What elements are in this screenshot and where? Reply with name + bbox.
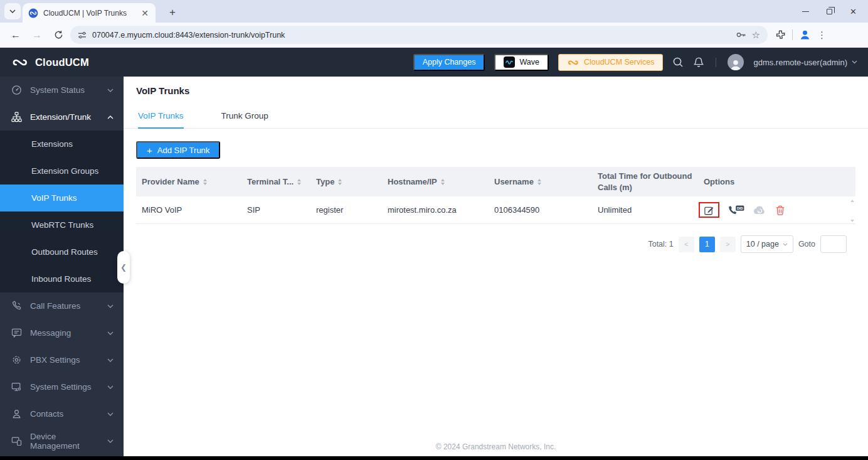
goto-page-input[interactable] bbox=[820, 235, 847, 253]
add-sip-trunk-button[interactable]: + Add SIP Trunk bbox=[136, 141, 220, 159]
search-icon[interactable] bbox=[672, 56, 684, 68]
cell-type: register bbox=[316, 205, 388, 215]
sidebar-item-system-settings[interactable]: System Settings bbox=[0, 373, 124, 400]
sidebar-submenu: Extensions Extension Groups VoIP Trunks … bbox=[0, 131, 124, 292]
back-button[interactable]: ← bbox=[6, 26, 25, 45]
user-avatar[interactable] bbox=[728, 54, 744, 70]
window-close-button[interactable]: ✕ bbox=[850, 7, 857, 16]
chevron-up-icon bbox=[107, 115, 114, 119]
total-count-label: Total: 1 bbox=[648, 240, 673, 249]
table-scrollbar[interactable] bbox=[850, 200, 854, 222]
user-menu[interactable]: gdms.remote-user(admin) bbox=[753, 58, 857, 67]
pagination: Total: 1 < 1 > 10 / page Goto bbox=[136, 235, 847, 253]
chevron-down-icon bbox=[107, 331, 114, 335]
chevron-down-icon bbox=[107, 88, 114, 92]
sidebar-collapse-handle[interactable]: ❮ bbox=[117, 251, 130, 284]
sidebar-item-label: System Status bbox=[30, 85, 99, 95]
password-key-icon[interactable] bbox=[736, 30, 746, 40]
sidebar-item-messaging[interactable]: Messaging bbox=[0, 319, 124, 346]
toolbar-divider bbox=[792, 29, 793, 40]
cell-username: 0106344590 bbox=[494, 205, 598, 215]
column-label: Total Time for Outbound Calls (m) bbox=[598, 171, 692, 192]
sidebar-item-label: Extensions bbox=[31, 139, 73, 149]
sidebar-item-device-management[interactable]: Device Management bbox=[0, 427, 124, 454]
url-text[interactable]: 070047.e.myucm.cloud:8443/extension-trun… bbox=[92, 31, 730, 40]
copyright-footer: © 2024 Grandstream Networks, Inc. bbox=[124, 442, 868, 451]
page-size-select[interactable]: 10 / page bbox=[741, 235, 793, 253]
sidebar-item-webrtc-trunks[interactable]: WebRTC Trunks bbox=[0, 211, 124, 238]
delete-trash-icon[interactable] bbox=[775, 205, 785, 216]
wave-icon bbox=[504, 56, 515, 68]
edit-icon[interactable] bbox=[704, 205, 714, 216]
tab-close-icon[interactable]: ✕ bbox=[140, 8, 150, 18]
column-header-username[interactable]: Username bbox=[494, 177, 598, 186]
header-divider bbox=[716, 58, 716, 67]
cloud-sync-icon[interactable] bbox=[753, 205, 767, 215]
main-content: VoIP Trunks VoIP Trunks Trunk Group + Ad… bbox=[124, 77, 868, 456]
bookmark-star-icon[interactable]: ☆ bbox=[752, 29, 760, 41]
cell-terminal-type: SIP bbox=[247, 205, 316, 215]
address-bar[interactable]: 070047.e.myucm.cloud:8443/extension-trun… bbox=[70, 26, 768, 44]
sidebar-item-label: Extension/Trunk bbox=[30, 112, 99, 122]
chevron-down-icon bbox=[9, 9, 16, 13]
toolbar-right: ⋮ bbox=[770, 29, 827, 41]
wave-button[interactable]: Wave bbox=[494, 54, 549, 71]
gear-icon bbox=[11, 355, 22, 365]
sidebar-item-extension-trunk[interactable]: Extension/Trunk bbox=[0, 104, 124, 131]
sidebar-item-extensions[interactable]: Extensions bbox=[0, 131, 124, 158]
browser-menu-icon[interactable]: ⋮ bbox=[817, 29, 827, 41]
column-header-provider-name[interactable]: Provider Name bbox=[142, 177, 247, 186]
prev-page-button[interactable]: < bbox=[679, 237, 694, 252]
chevron-down-icon bbox=[107, 412, 114, 416]
current-page-button[interactable]: 1 bbox=[699, 237, 715, 252]
sidebar-item-inbound-routes[interactable]: Inbound Routes bbox=[0, 265, 124, 292]
sort-icon[interactable] bbox=[297, 179, 301, 185]
did-phone-icon[interactable]: DID bbox=[728, 205, 744, 216]
sidebar-item-voip-trunks[interactable]: VoIP Trunks bbox=[0, 185, 124, 211]
devices-icon bbox=[11, 436, 22, 446]
next-page-button[interactable]: > bbox=[720, 237, 736, 252]
page-title: VoIP Trunks bbox=[136, 85, 855, 96]
sidebar-item-outbound-routes[interactable]: Outbound Routes bbox=[0, 238, 124, 265]
profile-avatar-icon[interactable] bbox=[799, 29, 811, 41]
forward-button[interactable]: → bbox=[28, 26, 46, 45]
sidebar-item-extension-groups[interactable]: Extension Groups bbox=[0, 158, 124, 185]
site-settings-icon[interactable] bbox=[78, 31, 87, 40]
extensions-icon[interactable] bbox=[775, 29, 786, 40]
edit-highlight-annotation bbox=[699, 202, 719, 218]
apply-changes-button[interactable]: Apply Changes bbox=[413, 54, 485, 71]
column-header-terminal-type[interactable]: Terminal T... bbox=[247, 177, 316, 186]
sidebar-item-call-features[interactable]: Call Features bbox=[0, 292, 124, 319]
tab-search-button[interactable] bbox=[4, 3, 21, 19]
username-label: gdms.remote-user(admin) bbox=[753, 58, 847, 67]
sidebar-item-system-status[interactable]: System Status bbox=[0, 77, 124, 104]
sidebar: System Status Extension/Trunk Extensions… bbox=[0, 77, 124, 456]
plus-icon: + bbox=[147, 145, 152, 156]
chevron-down-icon bbox=[107, 358, 114, 362]
window-minimize-button[interactable] bbox=[802, 11, 809, 12]
browser-tab[interactable]: CloudUCM | VoIP Trunks ✕ bbox=[23, 3, 156, 23]
sidebar-item-contacts[interactable]: Contacts bbox=[0, 400, 124, 427]
notification-bell-icon[interactable] bbox=[693, 56, 704, 68]
sidebar-item-label: Messaging bbox=[30, 328, 99, 338]
window-restore-button[interactable] bbox=[827, 9, 832, 14]
sort-icon[interactable] bbox=[338, 179, 342, 185]
add-sip-trunk-label: Add SIP Trunk bbox=[157, 146, 210, 155]
sidebar-item-pbx-settings[interactable]: PBX Settings bbox=[0, 346, 124, 373]
column-header-hostname-ip[interactable]: Hostname/IP bbox=[388, 177, 494, 186]
sort-icon[interactable] bbox=[203, 179, 207, 185]
chevron-down-icon bbox=[107, 304, 114, 308]
new-tab-button[interactable]: + bbox=[164, 5, 181, 20]
tab-trunk-group[interactable]: Trunk Group bbox=[221, 111, 268, 128]
tab-voip-trunks[interactable]: VoIP Trunks bbox=[138, 111, 184, 129]
clouducm-services-button[interactable]: CloudUCM Services bbox=[558, 54, 664, 71]
column-header-type[interactable]: Type bbox=[316, 177, 388, 186]
brand-name: CloudUCM bbox=[35, 56, 89, 68]
gauge-icon bbox=[11, 85, 22, 95]
sort-icon[interactable] bbox=[537, 179, 541, 185]
reload-button[interactable] bbox=[49, 26, 68, 45]
sort-icon[interactable] bbox=[441, 179, 445, 185]
goto-label: Goto bbox=[798, 240, 815, 249]
column-label: Options bbox=[704, 177, 734, 186]
table-row[interactable]: MiRO VoIP SIP register mirotest.miro.co.… bbox=[136, 196, 855, 224]
